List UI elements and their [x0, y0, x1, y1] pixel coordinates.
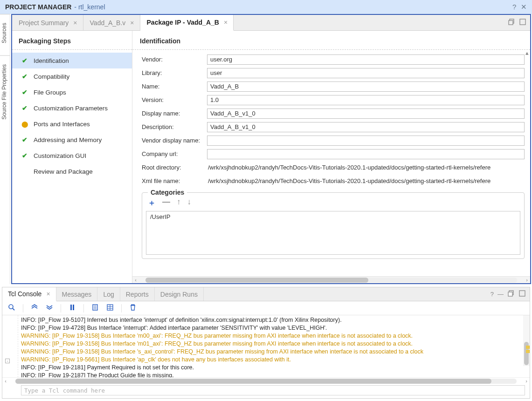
- restore-icon[interactable]: [507, 290, 515, 299]
- content-title: Identification: [132, 31, 530, 50]
- check-icon: ✔: [22, 73, 28, 80]
- tcl-command-input[interactable]: Type a Tcl command here: [21, 385, 525, 395]
- maximize-icon[interactable]: [519, 18, 526, 27]
- table-icon[interactable]: [106, 304, 114, 313]
- company-url-input[interactable]: [207, 149, 525, 159]
- search-icon[interactable]: [8, 304, 15, 313]
- step-identification[interactable]: ✔Identification: [12, 53, 132, 68]
- category-item[interactable]: /UserIP: [150, 213, 516, 220]
- close-icon[interactable]: ×: [130, 19, 134, 27]
- tab-label: Vadd_A_B.v: [90, 19, 126, 27]
- display-name-input[interactable]: Vadd_A_B_v1_0: [207, 109, 525, 119]
- pause-icon[interactable]: [69, 304, 76, 313]
- categories-list[interactable]: /UserIP: [146, 211, 520, 255]
- console-line: INFO: [IP_Flow 19-2187] The Product Guid…: [21, 372, 526, 377]
- vendor-display-input[interactable]: [207, 136, 525, 146]
- svg-point-6: [9, 305, 13, 309]
- close-icon[interactable]: ✕: [521, 3, 527, 11]
- trash-icon[interactable]: [129, 304, 137, 313]
- side-tab-sources[interactable]: Sources: [0, 14, 10, 52]
- scroll-right-icon[interactable]: ›: [524, 277, 530, 283]
- console-toolbar: [2, 301, 530, 315]
- xml-file-label: Xml file name:: [142, 177, 207, 184]
- svg-rect-4: [508, 292, 512, 296]
- panel-title: Packaging Steps: [12, 31, 132, 50]
- expand-all-icon[interactable]: [46, 304, 53, 313]
- tab-tcl-console[interactable]: Tcl Console×: [2, 287, 56, 301]
- name-input[interactable]: Vadd_A_B: [207, 82, 525, 92]
- bottom-panel: Tcl Console× Messages Log Reports Design…: [2, 287, 530, 399]
- tab-project-summary[interactable]: Project Summary ×: [12, 15, 83, 30]
- scroll-up-icon[interactable]: ▴: [525, 49, 529, 56]
- step-addressing-and-memory[interactable]: ✔Addressing and Memory: [12, 132, 132, 148]
- close-icon[interactable]: ×: [224, 19, 228, 26]
- step-ports-and-interfaces[interactable]: ⬤Ports and Interfaces: [12, 116, 132, 132]
- step-compatibility[interactable]: ✔Compatibility: [12, 68, 132, 84]
- tab-design-runs[interactable]: Design Runs: [155, 287, 204, 301]
- scroll-left-icon[interactable]: ‹: [132, 277, 139, 283]
- description-input[interactable]: Vadd_A_B_v1_0: [207, 122, 525, 132]
- bottom-tabs: Tcl Console× Messages Log Reports Design…: [2, 287, 530, 301]
- step-label: File Groups: [34, 89, 66, 96]
- console-output[interactable]: - INFO: [IP_Flow 19-5107] Inferred bus i…: [2, 315, 530, 377]
- v-scrollbar[interactable]: [523, 315, 530, 366]
- vendor-display-label: Vendor display name:: [142, 137, 207, 144]
- close-icon[interactable]: ×: [73, 19, 77, 27]
- check-icon: ✔: [22, 88, 28, 96]
- close-icon[interactable]: ×: [46, 290, 50, 298]
- step-customization-parameters[interactable]: ✔Customization Parameters: [12, 100, 132, 116]
- tab-log[interactable]: Log: [97, 287, 120, 301]
- step-label: Ports and Interfaces: [34, 121, 90, 128]
- move-up-button[interactable]: ↑: [177, 197, 181, 208]
- blank-icon: [21, 167, 29, 176]
- categories-group: Categories ＋ — ↑ ↓ /UserIP: [142, 192, 525, 259]
- page-icon[interactable]: [91, 304, 99, 313]
- version-input[interactable]: 1.0: [207, 95, 525, 105]
- tab-vadd-ab-v[interactable]: Vadd_A_B.v ×: [83, 15, 140, 30]
- check-icon: ✔: [22, 104, 28, 112]
- remove-button[interactable]: —: [162, 197, 170, 208]
- categories-label: Categories: [148, 189, 187, 196]
- console-h-scrollbar[interactable]: ‹ ›: [2, 377, 530, 384]
- step-review-and-package[interactable]: Review and Package: [12, 163, 132, 179]
- tab-reports[interactable]: Reports: [120, 287, 155, 301]
- step-file-groups[interactable]: ✔File Groups: [12, 84, 132, 100]
- check-icon: ✔: [22, 136, 28, 143]
- step-label: Customization Parameters: [34, 105, 108, 112]
- scroll-left-icon[interactable]: ‹: [2, 378, 9, 384]
- tab-package-ip[interactable]: Package IP - Vadd_A_B ×: [140, 15, 234, 31]
- console-line: WARNING: [IP_Flow 19-3158] Bus Interface…: [21, 348, 526, 356]
- version-label: Version:: [142, 96, 207, 103]
- display-name-label: Display name:: [142, 110, 207, 117]
- svg-rect-2: [520, 19, 525, 25]
- identification-panel: ▴ Identification Vendor:user.org Library…: [132, 31, 530, 283]
- tab-messages[interactable]: Messages: [56, 287, 98, 301]
- collapse-all-icon[interactable]: [31, 304, 38, 313]
- packaging-steps-panel: Packaging Steps ✔Identification✔Compatib…: [12, 31, 132, 283]
- library-input[interactable]: user: [207, 68, 525, 78]
- title-main: PROJECT MANAGER: [5, 3, 71, 11]
- main-editor-frame: Project Summary × Vadd_A_B.v × Package I…: [11, 14, 531, 284]
- restore-icon[interactable]: [508, 18, 515, 27]
- step-customization-gui[interactable]: ✔Customization GUI: [12, 148, 132, 163]
- root-dir-label: Root directory:: [142, 164, 207, 171]
- add-button[interactable]: ＋: [148, 197, 156, 208]
- console-gutter: -: [2, 315, 18, 377]
- fold-icon[interactable]: -: [5, 359, 10, 363]
- side-tabs: Sources Source File Properties: [0, 14, 10, 284]
- minimize-icon[interactable]: —: [497, 291, 504, 298]
- name-label: Name:: [142, 83, 207, 90]
- maximize-icon[interactable]: [518, 290, 526, 299]
- step-label: Addressing and Memory: [34, 136, 102, 143]
- help-icon[interactable]: ?: [491, 291, 494, 298]
- move-down-button[interactable]: ↓: [187, 197, 192, 208]
- help-icon[interactable]: ?: [512, 3, 516, 11]
- tab-label: Project Summary: [19, 19, 69, 27]
- h-scrollbar[interactable]: ‹ ›: [132, 276, 530, 283]
- scroll-right-icon[interactable]: ›: [523, 378, 530, 384]
- tab-label: Tcl Console: [8, 290, 41, 298]
- side-tab-source-file-properties[interactable]: Source File Properties: [0, 55, 10, 128]
- vendor-input[interactable]: user.org: [207, 54, 525, 65]
- warning-icon: ⬤: [21, 121, 28, 128]
- title-actions: ? ✕: [510, 3, 527, 11]
